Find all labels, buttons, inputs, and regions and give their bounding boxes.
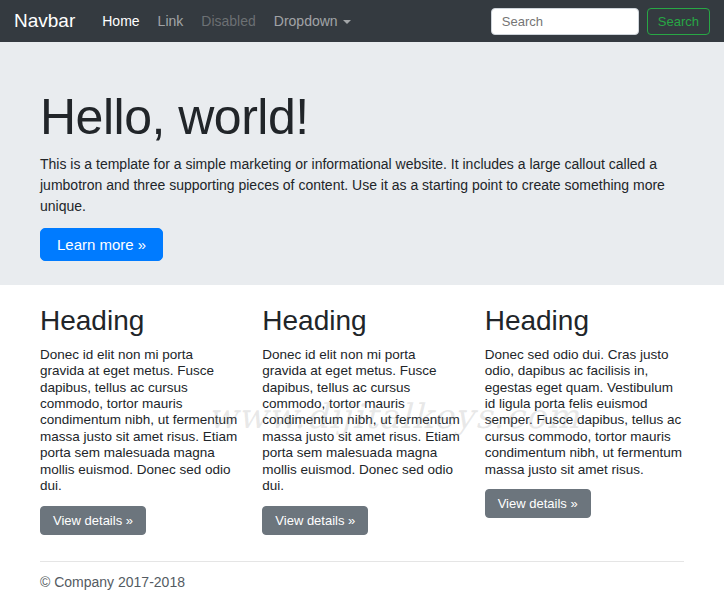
nav-item-dropdown[interactable]: Dropdown bbox=[265, 7, 360, 35]
navbar-left: Navbar Home Link Disabled Dropdown bbox=[14, 7, 360, 35]
nav-item-dropdown-label: Dropdown bbox=[274, 13, 338, 29]
search-form: Search bbox=[491, 8, 710, 35]
search-input[interactable] bbox=[491, 8, 639, 35]
learn-more-button[interactable]: Learn more » bbox=[40, 228, 163, 261]
search-button[interactable]: Search bbox=[647, 8, 710, 35]
column-2-text: Donec id elit non mi porta gravida at eg… bbox=[262, 347, 461, 495]
nav-item-home[interactable]: Home bbox=[93, 7, 148, 35]
column-1: Heading Donec id elit non mi porta gravi… bbox=[40, 304, 239, 535]
copyright-text: © Company 2017-2018 bbox=[40, 574, 684, 590]
column-2-heading: Heading bbox=[262, 304, 461, 338]
nav-item-disabled: Disabled bbox=[192, 7, 264, 35]
chevron-down-icon bbox=[343, 20, 351, 24]
jumbotron-description: This is a template for a simple marketin… bbox=[40, 154, 676, 217]
column-1-text: Donec id elit non mi porta gravida at eg… bbox=[40, 347, 239, 495]
main-content: Heading Donec id elit non mi porta gravi… bbox=[0, 304, 724, 590]
nav-item-link[interactable]: Link bbox=[149, 7, 193, 35]
footer-divider bbox=[40, 561, 684, 562]
column-3-heading: Heading bbox=[485, 304, 684, 338]
nav-links: Home Link Disabled Dropdown bbox=[93, 7, 359, 35]
navbar: Navbar Home Link Disabled Dropdown Searc… bbox=[0, 0, 724, 42]
footer: © Company 2017-2018 bbox=[40, 574, 684, 590]
view-details-button-1[interactable]: View details » bbox=[40, 506, 146, 535]
column-1-heading: Heading bbox=[40, 304, 239, 338]
jumbotron-title: Hello, world! bbox=[40, 88, 684, 147]
view-details-button-2[interactable]: View details » bbox=[262, 506, 368, 535]
column-2: Heading Donec id elit non mi porta gravi… bbox=[262, 304, 461, 535]
jumbotron: Hello, world! This is a template for a s… bbox=[0, 42, 724, 285]
view-details-button-3[interactable]: View details » bbox=[485, 489, 591, 518]
column-3-text: Donec sed odio dui. Cras justo odio, dap… bbox=[485, 347, 684, 479]
navbar-brand[interactable]: Navbar bbox=[14, 10, 75, 32]
columns-row: Heading Donec id elit non mi porta gravi… bbox=[40, 304, 684, 535]
column-3: Heading Donec sed odio dui. Cras justo o… bbox=[485, 304, 684, 535]
